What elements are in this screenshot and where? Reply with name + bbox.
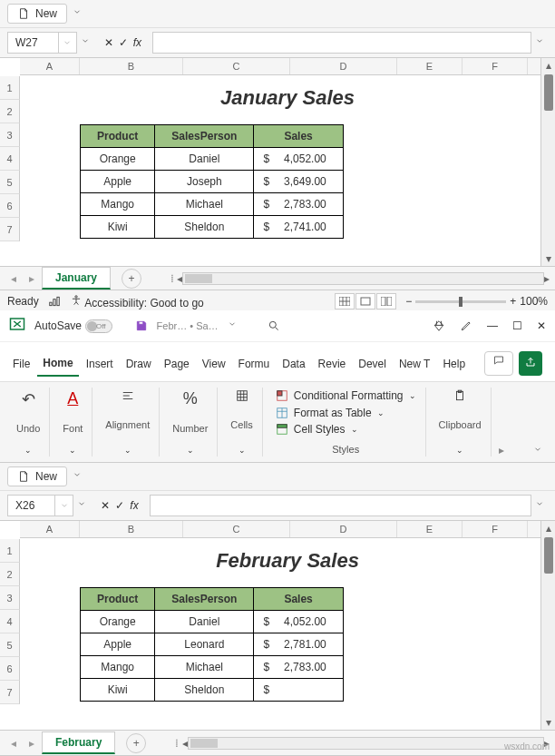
tab-help[interactable]: Help [437,352,471,376]
status-ready: Ready [7,295,39,308]
undo-icon[interactable]: ↶ [22,389,35,409]
autosave-toggle[interactable]: AutoSave Off [34,319,126,333]
check-icon[interactable]: ✓ [115,499,124,512]
collapse-ribbon-icon[interactable] [533,445,546,457]
file-name[interactable]: Febr… • Sa… [157,320,219,331]
scroll-right-icon[interactable]: ▸ [544,272,550,285]
chevron-down-icon[interactable] [77,499,90,512]
tab-page[interactable]: Page [159,352,195,376]
table-row: MangoMichael$2,783.00 [81,193,344,216]
pen-icon[interactable] [460,319,472,332]
font-color-icon[interactable]: A [67,389,78,408]
tab-view[interactable]: View [197,352,231,376]
chevron-down-icon[interactable] [81,36,93,49]
new-button[interactable]: New [7,4,67,24]
name-box[interactable]: W27 [7,32,77,54]
tab-formulas[interactable]: Formu [233,352,276,376]
h-scrollbar[interactable] [182,272,544,285]
view-break-button[interactable] [376,293,396,309]
check-icon[interactable]: ✓ [119,36,128,49]
zoom-out-button[interactable]: − [405,295,412,308]
share-button[interactable] [519,351,542,376]
cell-styles-button[interactable]: Cell Styles⌄ [276,423,358,436]
view-layout-button[interactable] [355,293,375,309]
maximize-button[interactable]: ☐ [512,319,522,332]
accessibility-status[interactable]: Accessibility: Good to go [70,294,204,309]
chevron-down-icon[interactable] [73,7,85,20]
cells-icon[interactable] [236,389,248,402]
tab-home[interactable]: Home [37,351,78,377]
tab-insert[interactable]: Insert [81,352,119,376]
zoom-level[interactable]: 100% [520,295,548,308]
document-icon [17,7,30,20]
zoom-slider[interactable] [415,300,506,303]
chevron-down-icon[interactable] [535,36,548,49]
tab-newtab[interactable]: New T [394,352,435,376]
view-normal-button[interactable] [335,293,355,309]
diamond-icon[interactable] [433,319,445,332]
table-row: AppleLeonard$2,781.00 [81,633,344,656]
group-number: % Number⌄ [163,388,218,457]
chevron-down-icon[interactable] [54,496,73,515]
tab-data[interactable]: Data [277,352,310,376]
tab-next-icon[interactable]: ▸ [24,272,40,285]
group-styles: Conditional Formatting⌄ Format as Table⌄… [267,388,426,457]
tab-review[interactable]: Revie [313,352,352,376]
add-sheet-button[interactable]: + [122,269,141,289]
table-row: AppleJoseph$3,649.00 [81,171,344,193]
stats-icon[interactable] [48,295,61,308]
new-label: New [35,470,57,483]
minimize-button[interactable]: — [487,319,498,332]
fx-icon[interactable]: fx [133,36,141,49]
row-headers: 1234567 [0,76,20,241]
scroll-up-icon[interactable]: ▴ [541,58,555,73]
ribbon-more-icon[interactable]: ▸ [499,444,504,457]
chevron-down-icon[interactable] [535,499,548,512]
svg-rect-16 [237,391,247,401]
new-label: New [35,7,57,20]
fx-icon[interactable]: fx [130,499,138,512]
chevron-down-icon[interactable] [228,319,240,332]
name-box[interactable]: X26 [7,495,73,516]
sheet-tab-january[interactable]: January [42,267,111,290]
column-headers: ABCDEF [20,58,555,75]
svg-rect-27 [278,425,287,428]
table-row: OrangeDaniel$4,052.00 [81,148,344,171]
align-icon[interactable] [122,389,134,402]
tab-prev-icon[interactable]: ◂ [5,737,22,750]
chevron-down-icon[interactable] [73,470,85,483]
group-alignment: Alignment⌄ [96,388,160,457]
cancel-icon[interactable]: ✕ [101,499,110,512]
percent-icon[interactable]: % [183,389,198,408]
zoom-in-button[interactable]: + [510,295,516,308]
cancel-icon[interactable]: ✕ [104,36,113,49]
sheet-tab-february[interactable]: February [42,731,115,754]
accessibility-icon [70,294,83,307]
cell-styles-icon [276,423,288,436]
conditional-formatting-button[interactable]: Conditional Formatting⌄ [276,389,416,402]
new-button[interactable]: New [7,466,67,486]
table-header-row: ProductSalesPersonSales [81,125,344,148]
comments-button[interactable] [484,351,513,376]
table-header-row: ProductSalesPersonSales [81,588,344,611]
close-button[interactable]: ✕ [537,319,546,332]
chevron-down-icon[interactable] [58,33,76,53]
tab-next-icon[interactable]: ▸ [24,737,40,750]
tab-developer[interactable]: Devel [353,352,392,376]
tab-file[interactable]: File [7,352,35,376]
save-icon[interactable] [135,319,148,332]
clipboard-icon[interactable] [453,389,466,402]
add-sheet-button[interactable]: + [126,733,146,753]
table-row: KiwiSheldon$ [81,679,344,702]
formula-input[interactable] [150,495,531,516]
cell-ref: X26 [8,499,54,512]
search-icon[interactable] [268,319,280,332]
column-headers: ABCDEF [20,521,555,538]
format-as-table-button[interactable]: Format as Table⌄ [276,407,385,419]
tab-draw[interactable]: Draw [121,352,157,376]
tab-prev-icon[interactable]: ◂ [5,272,22,285]
h-scrollbar[interactable] [188,737,544,750]
scroll-up-icon[interactable]: ▴ [541,521,555,535]
svg-rect-8 [361,298,370,305]
formula-input[interactable] [152,32,531,54]
